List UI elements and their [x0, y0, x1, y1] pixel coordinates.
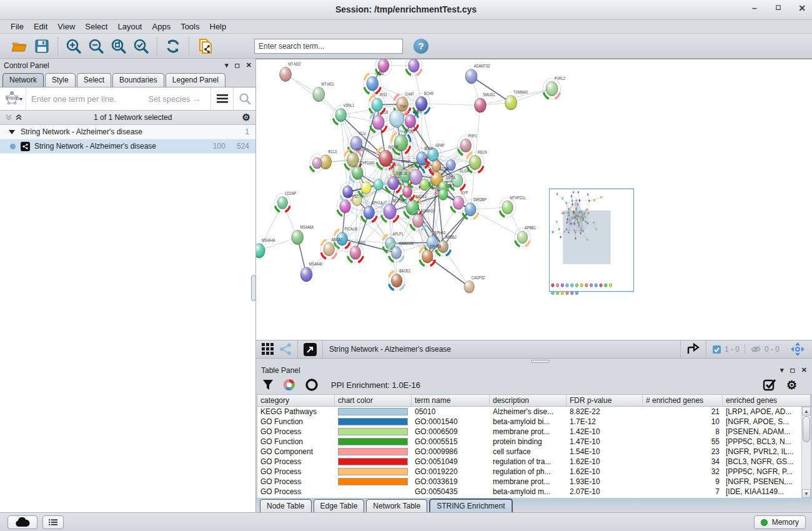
table-row[interactable]: GO ProcessGO:0006509membrane prot...1.42…	[257, 427, 801, 437]
table-panel-menu-icon[interactable]: ▾	[780, 366, 784, 374]
float-panel-icon[interactable]: ◻	[234, 62, 239, 69]
network-node[interactable]	[420, 179, 429, 191]
network-graph-svg[interactable]: MT-ND2MT-ND1VSNL1GAB2IRS1IL1BCHATBCHEACH…	[256, 59, 810, 340]
network-from-file-button[interactable]	[196, 37, 214, 56]
column-header-FDR-p-value[interactable]: FDR p-value	[567, 395, 643, 406]
column-header--enriched-genes[interactable]: # enriched genes	[643, 395, 723, 406]
select-rows-icon[interactable]	[763, 378, 776, 392]
tab-boundaries[interactable]: Boundaries	[112, 73, 164, 87]
network-node[interactable]	[438, 189, 448, 200]
network-node[interactable]	[381, 201, 399, 223]
network-node[interactable]	[370, 112, 387, 133]
grid-view-icon[interactable]	[262, 343, 274, 355]
minimize-icon[interactable]: –	[750, 3, 760, 13]
network-node[interactable]	[337, 196, 354, 216]
table-row[interactable]: GO ComponentGO:0009986cell surface1.54E-…	[257, 447, 801, 457]
scrollbar-thumb[interactable]	[803, 416, 810, 442]
table-row[interactable]: GO FunctionGO:0005515protein binding1.47…	[257, 437, 801, 447]
network-node[interactable]	[405, 59, 422, 76]
network-node[interactable]	[374, 179, 383, 191]
ring-chart-icon[interactable]	[305, 378, 319, 392]
network-row[interactable]: String Network - Alzheimer's disease 100…	[0, 139, 255, 154]
network-node[interactable]	[320, 239, 337, 259]
help-button[interactable]: ?	[412, 37, 430, 56]
menu-apps[interactable]: Apps	[148, 21, 176, 32]
horizontal-splitter[interactable]	[256, 359, 812, 365]
menu-edit[interactable]: Edit	[29, 21, 52, 32]
network-node[interactable]	[543, 78, 561, 99]
scroll-up-icon[interactable]: ▲	[802, 407, 811, 415]
menu-file[interactable]: File	[6, 21, 28, 32]
zoom-fit-button[interactable]	[109, 37, 128, 56]
network-node[interactable]	[361, 202, 378, 222]
network-node[interactable]	[313, 87, 325, 102]
network-node[interactable]	[256, 244, 265, 258]
pan-tool-icon[interactable]	[791, 342, 805, 356]
close-icon[interactable]: ✕	[797, 3, 807, 13]
table-row[interactable]: GO ProcessGO:0019220regulation of ph...1…	[257, 467, 801, 477]
maximize-icon[interactable]: ◻	[773, 3, 783, 13]
table-row[interactable]: GO ProcessGO:0033619membrane prot...1.93…	[257, 477, 801, 487]
tab-edge-table[interactable]: Edge Table	[314, 499, 365, 512]
network-node[interactable]	[505, 96, 517, 110]
network-node[interactable]	[376, 147, 395, 170]
tab-network[interactable]: Network	[2, 73, 44, 87]
column-header-enriched-genes[interactable]: enriched genes	[723, 395, 811, 406]
tab-node-table[interactable]: Node Table	[260, 499, 312, 512]
network-node[interactable]	[465, 69, 477, 84]
scroll-down-icon[interactable]: ▼	[802, 489, 811, 498]
network-node[interactable]	[464, 280, 474, 293]
tab-style[interactable]: Style	[45, 73, 76, 87]
tab-string-enrichment[interactable]: STRING Enrichment	[429, 499, 512, 512]
tab-legend-panel[interactable]: Legend Panel	[166, 73, 225, 87]
menu-select[interactable]: Select	[81, 21, 112, 32]
export-network-icon[interactable]	[686, 343, 700, 355]
panel-menu-icon[interactable]: ▾	[225, 61, 229, 69]
string-search-button[interactable]	[233, 87, 255, 110]
collection-expand-icon[interactable]	[9, 130, 15, 134]
collapse-expand-icons[interactable]	[5, 114, 24, 121]
network-node[interactable]	[280, 67, 292, 81]
panel-splitter-handle[interactable]	[251, 275, 256, 301]
network-canvas[interactable]: MT-ND2MT-ND1VSNL1GAB2IRS1IL1BCHATBCHEACH…	[256, 59, 812, 340]
network-node[interactable]	[275, 193, 290, 212]
close-panel-icon[interactable]: ✕	[246, 61, 252, 69]
network-node[interactable]	[347, 243, 364, 263]
zoom-selected-button[interactable]	[132, 37, 151, 56]
menu-help[interactable]: Help	[205, 21, 231, 32]
network-node[interactable]	[419, 246, 436, 266]
cloud-tasks-button[interactable]	[7, 515, 37, 529]
network-node[interactable]	[332, 105, 349, 125]
share-view-icon[interactable]	[279, 343, 292, 355]
network-node[interactable]	[499, 197, 516, 217]
network-node[interactable]	[292, 230, 304, 244]
string-options-button[interactable]	[210, 87, 233, 110]
table-row[interactable]: GO ProcessGO:0051049regulation of tra...…	[257, 457, 801, 467]
birds-eye-view[interactable]	[549, 189, 633, 295]
table-panel-close-icon[interactable]: ✕	[801, 366, 807, 374]
menu-view[interactable]: View	[53, 21, 79, 32]
table-row[interactable]: GO ProcessGO:0050435beta-amyloid m...2.0…	[257, 487, 801, 497]
memory-button[interactable]: Memory	[754, 515, 806, 529]
table-row[interactable]: GO FunctionGO:0001540beta-amyloid bi...1…	[257, 417, 801, 427]
menu-tools[interactable]: Tools	[176, 21, 204, 32]
network-node[interactable]	[402, 111, 419, 131]
column-header-chart-color[interactable]: chart color	[335, 395, 412, 406]
task-history-button[interactable]	[42, 515, 64, 529]
title-bar[interactable]: Session: /tmp/enrichmentTest.cys – ◻ ✕	[0, 0, 812, 20]
table-panel-float-icon[interactable]: ◻	[790, 367, 795, 374]
table-settings-gear-icon[interactable]: ⚙	[786, 378, 797, 392]
network-node[interactable]	[349, 163, 366, 183]
detach-view-button[interactable]	[304, 343, 317, 356]
search-input[interactable]	[254, 39, 403, 54]
string-query-input[interactable]: Enter one term per line. Set species →	[26, 94, 210, 104]
filter-icon[interactable]	[262, 379, 274, 390]
network-collection-row[interactable]: String Network - Alzheimer's disease 1	[0, 125, 255, 139]
network-node[interactable]	[358, 178, 374, 197]
menu-layout[interactable]: Layout	[113, 21, 146, 32]
table-row[interactable]: KEGG Pathways05010Alzheimer's dise...8.8…	[257, 407, 801, 417]
network-node[interactable]	[467, 152, 484, 173]
enrichment-table-body[interactable]: KEGG Pathways05010Alzheimer's dise...8.8…	[257, 407, 801, 498]
enrichment-table-header[interactable]: categorychart colorterm namedescriptionF…	[257, 395, 811, 407]
network-node[interactable]	[390, 110, 404, 127]
